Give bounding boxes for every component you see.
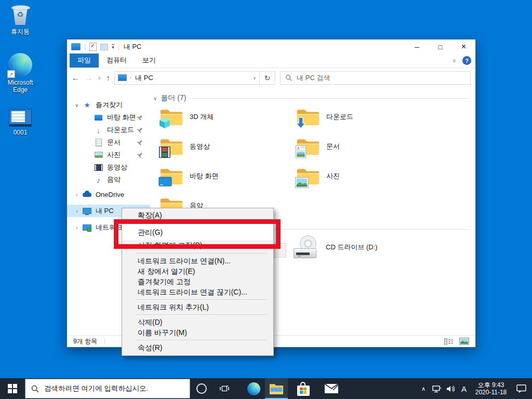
store-taskbar-button[interactable]	[292, 378, 315, 399]
system-tray: ∧ A 오후 9:43 2020-11-18	[417, 378, 532, 399]
menu-item-pin-to-quick-access[interactable]: 즐겨찾기에 고정	[122, 276, 273, 287]
menu-item-properties[interactable]: 속성(R)	[122, 342, 273, 353]
sidebar-item-label: 네트워크	[96, 223, 123, 232]
sidebar-item-label: 문서	[107, 138, 121, 147]
menu-item-delete[interactable]: 삭제(D)	[122, 317, 273, 327]
chevron-right-icon[interactable]: ›	[71, 225, 83, 231]
file-explorer-taskbar-button[interactable]	[265, 378, 288, 399]
folder-name: 동영상	[190, 142, 210, 151]
desktop-icon-0001[interactable]: 0001	[0, 109, 41, 136]
menu-item-pin-to-start[interactable]: 시작 화면에 고정(P)	[122, 240, 273, 251]
folders-section-header[interactable]: ∨ 폴더 (7)	[153, 94, 469, 103]
desktop-icon-recycle-bin[interactable]: ♻ 휴지통	[0, 4, 41, 35]
this-pc-icon	[71, 43, 81, 50]
folder-item-3d-objects[interactable]: 3D 개체	[159, 107, 296, 137]
sidebar-item-music[interactable]: 음악	[67, 174, 150, 186]
divider	[190, 98, 469, 99]
pin-icon	[136, 151, 144, 159]
properties-icon[interactable]	[89, 43, 97, 51]
address-dropdown-icon[interactable]: ∨	[253, 75, 257, 81]
3d-cube-overlay-icon	[158, 115, 172, 129]
clock-date: 2020-11-18	[471, 389, 511, 396]
separator	[104, 338, 105, 344]
details-view-icon[interactable]	[444, 338, 453, 345]
menu-item-disconnect-network-drive[interactable]: 네트워크 드라이브 연결 끊기(C)...	[122, 287, 273, 297]
search-placeholder: 내 PC 검색	[297, 73, 330, 83]
chevron-right-icon[interactable]: ›	[130, 75, 131, 81]
tray-overflow-chevron-icon[interactable]: ∧	[417, 378, 430, 399]
sidebar-item-pictures[interactable]: 사진	[67, 149, 150, 161]
chevron-right-icon[interactable]: ›	[71, 208, 83, 214]
sidebar-item-label: 음악	[107, 175, 121, 184]
tab-file[interactable]: 파일	[70, 54, 99, 68]
sidebar-item-quick-access[interactable]: ∨ 즐겨찾기	[67, 99, 150, 111]
back-icon[interactable]: ←	[72, 73, 79, 82]
menu-separator	[136, 314, 267, 315]
search-box[interactable]: 내 PC 검색	[280, 71, 471, 85]
help-button[interactable]: ?	[462, 56, 471, 65]
desktop-icon-microsoft-edge[interactable]: ↗ Microsoft Edge	[0, 53, 41, 94]
edge-taskbar-button[interactable]	[242, 378, 265, 399]
sidebar-item-onedrive[interactable]: › OneDrive	[67, 188, 150, 201]
folder-item-pictures[interactable]: 사진	[296, 166, 433, 196]
ribbon-tabs: 파일 컴퓨터 보기 ∨ ?	[67, 54, 475, 68]
menu-item-expand[interactable]: 확장(A)	[122, 210, 273, 221]
task-view-button[interactable]	[213, 378, 236, 399]
new-folder-icon[interactable]	[100, 44, 108, 50]
cortana-button[interactable]	[190, 378, 213, 399]
expand-ribbon-icon[interactable]: ∨	[453, 58, 456, 63]
chevron-down-icon[interactable]: ∨	[153, 96, 157, 101]
sidebar-item-desktop[interactable]: 바탕 화면	[67, 111, 150, 124]
folder-item-videos[interactable]: 동영상	[159, 137, 296, 166]
folder-name: 3D 개체	[190, 112, 214, 122]
menu-item-open-in-new-window[interactable]: 새 창에서 열기(E)	[122, 266, 273, 276]
customize-toolbar-icon[interactable]	[112, 44, 114, 49]
chevron-right-icon[interactable]: ›	[71, 192, 83, 197]
drive-name: CD 드라이브 (D:)	[326, 243, 378, 259]
drive-item-cd[interactable]: CD 드라이브 (D:)	[294, 235, 378, 259]
menu-item-rename[interactable]: 이름 바꾸기(M)	[122, 327, 273, 338]
folder-name: 바탕 화면	[190, 171, 219, 181]
this-pc-icon	[83, 207, 91, 215]
cortana-icon	[196, 383, 207, 394]
taskbar-clock[interactable]: 오후 9:43 2020-11-18	[471, 381, 511, 396]
address-bar[interactable]: › 내 PC ∨	[114, 71, 260, 85]
breadcrumb-location[interactable]: 내 PC	[135, 73, 153, 83]
titlebar[interactable]: | | 내 PC ─ □ ×	[67, 39, 475, 54]
sidebar-item-downloads[interactable]: 다운로드	[67, 124, 150, 136]
folder-item-desktop[interactable]: 바탕 화면	[159, 166, 296, 196]
menu-item-manage[interactable]: 관리(G)	[122, 226, 273, 239]
window-controls: ─ □ ×	[405, 39, 475, 54]
mail-taskbar-button[interactable]	[320, 378, 343, 399]
search-placeholder: 검색하려면 여기에 입력하십시오.	[44, 384, 148, 393]
recent-locations-icon[interactable]: ∨	[98, 75, 101, 81]
maximize-button[interactable]: □	[429, 39, 452, 54]
taskbar-search-box[interactable]: 검색하려면 여기에 입력하십시오.	[25, 379, 190, 398]
folder-name: 문서	[326, 142, 340, 151]
sidebar-item-videos[interactable]: 동영상	[67, 161, 150, 174]
folder-item-documents[interactable]: A 문서	[296, 137, 433, 166]
action-center-icon[interactable]	[511, 378, 532, 399]
volume-icon[interactable]	[444, 378, 457, 399]
minimize-button[interactable]: ─	[405, 39, 429, 54]
network-icon[interactable]	[430, 378, 444, 399]
thumbnail-view-icon[interactable]	[459, 338, 469, 345]
document-overlay-icon: A	[295, 145, 309, 158]
close-button[interactable]: ×	[452, 39, 475, 54]
menu-item-add-network-location[interactable]: 네트워크 위치 추가(L)	[122, 302, 273, 312]
ime-indicator[interactable]: A	[457, 384, 471, 393]
sidebar-item-label: 바탕 화면	[107, 113, 136, 122]
downloads-icon	[94, 126, 103, 134]
local-disk-item-partially-hidden[interactable]	[274, 243, 286, 258]
chevron-down-icon[interactable]: ∨	[71, 102, 83, 108]
section-title: 폴더 (7)	[161, 94, 186, 103]
folder-item-downloads[interactable]: 다운로드	[296, 107, 433, 137]
up-icon[interactable]: ↑	[107, 73, 111, 82]
search-icon	[285, 74, 292, 81]
start-button[interactable]	[0, 378, 25, 399]
sidebar-item-documents[interactable]: 문서	[67, 136, 150, 149]
tab-computer[interactable]: 컴퓨터	[99, 54, 135, 68]
tab-view[interactable]: 보기	[135, 54, 164, 68]
menu-item-map-network-drive[interactable]: 네트워크 드라이브 연결(N)...	[122, 256, 273, 266]
refresh-button[interactable]: ↻	[260, 71, 275, 85]
